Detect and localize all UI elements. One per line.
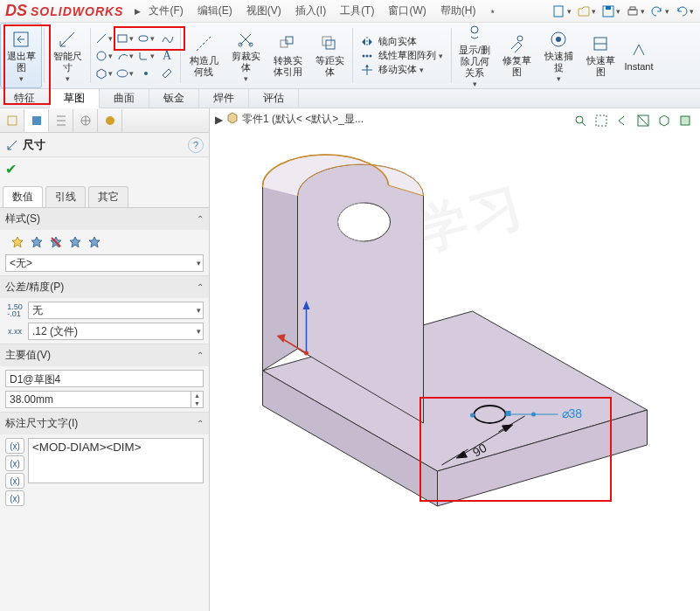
spin-down[interactable]: ▼ [191,399,203,407]
circle-tool[interactable]: ▾ [94,47,114,65]
linear-pattern-button[interactable]: 线性草图阵列▾ [360,49,444,63]
feature-manager-tab[interactable] [0,109,24,132]
help-icon[interactable]: ? [188,137,204,153]
graphics-viewport[interactable]: ▶ 零件1 (默认< <默认>_显... SW学习网 [210,108,700,611]
save-button[interactable]: ▾ [599,2,623,21]
repair-sketch-button[interactable]: 修复草 图 [496,23,537,88]
view-orientation-icon[interactable] [655,112,674,129]
undo-button[interactable]: ▾ [648,2,672,21]
spline-tool[interactable] [157,30,177,47]
move-entities-button[interactable]: 移动实体▾ [360,63,425,77]
trim-button[interactable]: 剪裁实 体 ▾ [225,23,267,88]
zoom-fit-icon[interactable] [571,112,590,129]
svg-point-11 [144,72,148,75]
menu-help[interactable]: 帮助(H) [433,3,483,18]
section-view-icon[interactable] [634,112,653,129]
pattern-group: 镜向实体 线性草图阵列▾ 移动实体▾ [355,23,449,88]
svg-rect-17 [326,40,335,49]
subtab-leaders[interactable]: 引线 [45,186,86,207]
zoom-area-icon[interactable] [592,112,611,129]
menu-insert[interactable]: 插入(I) [288,3,333,18]
quick-snap-button[interactable]: 快速捕 捉 ▾ [537,23,579,88]
svg-rect-3 [628,10,637,15]
polygon-tool[interactable]: ▾ [94,65,114,82]
dimension-text-field[interactable]: <MOD-DIAM><DIM> [28,438,204,483]
tolerance-select[interactable]: 无▾ [28,302,204,319]
menu-tools[interactable]: 工具(T) [333,3,381,18]
menu-view[interactable]: 视图(V) [239,3,288,18]
convert-icon [277,33,298,54]
svg-rect-50 [506,411,511,416]
dimxpert-tab[interactable] [73,109,98,132]
fav-save[interactable] [86,233,103,251]
point-tool[interactable] [136,65,156,82]
convert-entities-button[interactable]: 转换实 体引用 [267,23,308,88]
subtab-other[interactable]: 其它 [88,186,128,207]
construction-geometry-button[interactable]: 构造几 何线 [183,23,225,88]
print-button[interactable]: ▾ [623,2,648,21]
fav-add[interactable] [9,233,26,251]
subtab-value[interactable]: 数值 [3,186,43,207]
line-tool[interactable]: ▾ [94,30,114,47]
smart-dimension-button[interactable]: 智能尺 寸 ▾ [46,23,88,88]
text-pos-1[interactable]: (x) [5,438,24,454]
fav-update[interactable] [47,233,65,251]
arc-tool[interactable]: ▾ [115,47,135,65]
tab-evaluate[interactable]: 评估 [249,89,299,108]
tab-surface[interactable]: 曲面 [100,89,149,108]
dimension-text-header[interactable]: 标注尺寸文字(I)⌃ [0,413,209,434]
fav-del[interactable] [28,233,45,251]
tab-weldment[interactable]: 焊件 [199,89,249,108]
menu-file[interactable]: 文件(F) [142,3,190,18]
display-tab[interactable] [98,109,122,132]
slot-tool[interactable]: ▾ [136,30,156,47]
offset-entities-button[interactable]: 等距实 体 [308,23,350,88]
instant2d-button[interactable]: Instant [621,23,656,88]
menu-window[interactable]: 窗口(W) [381,3,433,18]
text-pos-2[interactable]: (x) [5,455,24,471]
menu-star[interactable]: ⋆ [482,5,503,17]
previous-view-icon[interactable] [613,112,632,129]
menu-arrow-icon[interactable]: ▶ [134,7,142,16]
plane-tool[interactable] [157,65,177,82]
svg-rect-7 [139,36,148,41]
style-select[interactable]: <无>▾ [5,254,204,272]
fillet-tool[interactable]: ▾ [136,47,156,65]
tab-sheetmetal[interactable]: 钣金 [149,89,199,108]
configuration-tab[interactable] [49,109,73,132]
show-delete-relations-button[interactable]: 显示/删 除几何 关系 ▾ [454,23,496,88]
spin-up[interactable]: ▲ [191,392,203,399]
tab-sketch[interactable]: 草图 [50,89,100,108]
logo-text: SOLIDWORKS [31,4,123,18]
part-name[interactable]: 零件1 (默认< <默认>_显... [242,112,364,127]
ok-button[interactable]: ✔ [0,157,209,181]
primary-value-header[interactable]: 主要值(V)⌃ [0,344,209,366]
ellipse-tool[interactable]: ▾ [115,65,135,82]
text-pos-3[interactable]: (x) [5,473,24,489]
breadcrumb-arrow-icon[interactable]: ▶ [215,114,223,126]
rapid-sketch-button[interactable]: 快速草 图 [579,23,621,88]
open-button[interactable]: ▾ [574,2,599,21]
redo-button[interactable]: ▾ [672,2,697,21]
diameter-dim[interactable]: ⌀38 [562,406,583,420]
mirror-entities-button[interactable]: 镜向实体 [360,35,417,49]
fav-load[interactable] [66,233,84,251]
style-header[interactable]: 样式(S)⌃ [0,208,209,230]
svg-marker-30 [12,237,23,247]
tolerance-header[interactable]: 公差/精度(P)⌃ [0,276,209,298]
menu-edit[interactable]: 编辑(E) [191,3,239,18]
svg-marker-34 [89,237,100,247]
new-button[interactable]: ▾ [550,2,574,21]
precision-select[interactable]: .12 (文件)▾ [28,323,204,340]
text-tool[interactable]: A [157,47,177,65]
rectangle-tool[interactable]: ▾ [115,30,135,47]
tab-features[interactable]: 特征 [0,89,50,108]
exit-sketch-button[interactable]: 退出草 图 ▾ [0,23,42,88]
display-style-icon[interactable] [676,112,695,129]
dimension-name-field[interactable]: D1@草图4 [5,370,204,387]
dimension-value-field[interactable]: 38.00mm ▲▼ [5,391,204,408]
svg-point-47 [304,351,308,356]
svg-point-29 [106,116,114,125]
text-pos-4[interactable]: (x) [5,490,24,506]
property-manager-tab[interactable] [24,109,49,132]
